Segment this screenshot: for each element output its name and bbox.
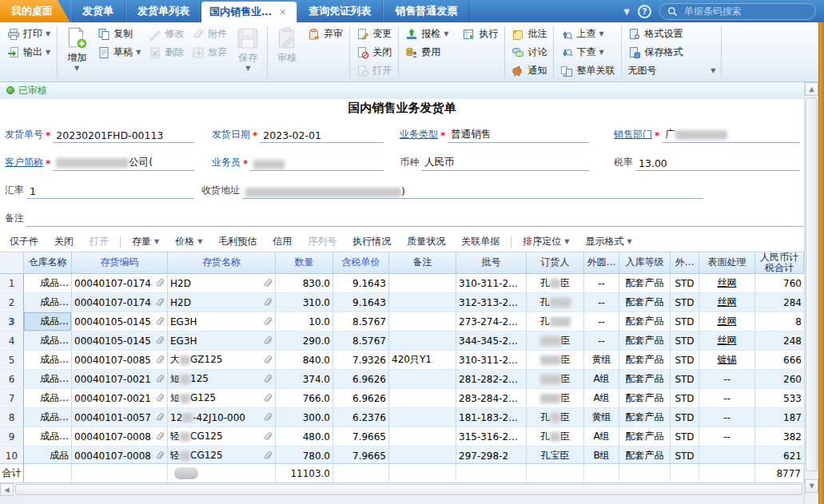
surface-link[interactable]: 镀锡 bbox=[718, 353, 737, 367]
cell-no[interactable]: 3 bbox=[0, 312, 24, 331]
cell-code[interactable]: 00040107-0174 bbox=[72, 293, 168, 312]
cell-name[interactable]: 短125 bbox=[168, 370, 276, 388]
attachment-clip-icon[interactable] bbox=[155, 355, 165, 366]
cell-batch[interactable]: 273-274-2… bbox=[456, 312, 527, 331]
cell-warehouse[interactable]: 成品… bbox=[24, 389, 72, 407]
field-value[interactable]: 20230201FHD-00113 bbox=[53, 129, 194, 143]
cell-qty[interactable]: 300.0 bbox=[276, 408, 333, 427]
cell-grade[interactable]: 配套产品 bbox=[619, 446, 671, 463]
cell-std[interactable]: STD bbox=[671, 351, 699, 369]
grid-tool-价格[interactable]: 价格▼ bbox=[175, 235, 202, 248]
cell-price[interactable]: 9.1643 bbox=[333, 274, 389, 292]
lookup-up-button[interactable]: 上查▼ bbox=[556, 26, 607, 42]
field-value[interactable]: 13.00 bbox=[635, 157, 800, 171]
cell-code[interactable]: 00040107-0008 bbox=[72, 427, 168, 446]
cell-std[interactable]: STD bbox=[671, 370, 699, 388]
field-value[interactable]: 普通销售 bbox=[448, 128, 589, 143]
attachment-clip-icon[interactable] bbox=[263, 431, 273, 442]
attachment-clip-icon[interactable] bbox=[155, 450, 165, 462]
surface-link[interactable]: 丝网 bbox=[718, 276, 737, 290]
cell-grade[interactable]: 配套产品 bbox=[619, 427, 671, 446]
format-save-button[interactable]: 保存格式 bbox=[624, 45, 687, 60]
cell-std[interactable]: STD bbox=[671, 312, 699, 331]
cell-qty[interactable]: 766.0 bbox=[276, 389, 333, 407]
cell-grade[interactable]: 配套产品 bbox=[619, 370, 671, 388]
cell-amount[interactable]: 284 bbox=[755, 293, 804, 312]
cell-price[interactable]: 6.9626 bbox=[333, 389, 389, 407]
cell-price[interactable]: 8.5767 bbox=[333, 312, 389, 331]
column-header-人民币计税合计[interactable]: 人民币计税合计 bbox=[755, 252, 804, 273]
export-button[interactable]: 输出▼ bbox=[3, 45, 54, 60]
grid-tool-显示格式[interactable]: 显示格式▼ bbox=[585, 235, 631, 248]
tab-1[interactable]: 我的桌面 bbox=[0, 0, 70, 22]
attachment-clip-icon[interactable] bbox=[263, 374, 273, 385]
cell-surface[interactable]: 丝网 bbox=[699, 312, 755, 331]
grid-tool-信用[interactable]: 信用 bbox=[273, 235, 292, 248]
cell-batch[interactable]: 344-345-2… bbox=[456, 331, 527, 350]
cell-surface[interactable]: -- bbox=[699, 427, 755, 446]
cell-surface[interactable]: 镀锡 bbox=[699, 351, 755, 369]
cell-remark[interactable] bbox=[389, 293, 456, 312]
cell-no[interactable]: 1 bbox=[0, 274, 24, 292]
column-header-外圆…[interactable]: 外圆… bbox=[584, 252, 619, 273]
cell-std[interactable]: STD bbox=[671, 331, 699, 350]
cell-batch[interactable]: 181-183-2… bbox=[456, 408, 527, 427]
attachment-clip-icon[interactable] bbox=[263, 450, 273, 462]
toolbar-overflow-caret-icon[interactable]: ▼ bbox=[623, 7, 630, 16]
cell-code[interactable]: 00040107-0008 bbox=[72, 446, 168, 463]
cell-code[interactable]: 00040107-0174 bbox=[72, 274, 168, 292]
attachment-clip-icon[interactable] bbox=[263, 355, 273, 366]
cell-price[interactable]: 6.9626 bbox=[333, 370, 389, 388]
cell-warehouse[interactable]: 成品… bbox=[24, 274, 72, 292]
cell-orderer[interactable]: 孔 bbox=[527, 293, 584, 312]
cell-group[interactable]: A组 bbox=[584, 370, 619, 388]
cell-orderer[interactable]: 孔宝臣 bbox=[527, 446, 584, 463]
cell-orderer[interactable]: 孔臣 bbox=[527, 408, 584, 427]
cell-qty[interactable]: 780.0 bbox=[276, 446, 333, 463]
cell-amount[interactable]: 760 bbox=[755, 274, 804, 292]
cell-price[interactable]: 6.2376 bbox=[333, 408, 389, 427]
cell-name[interactable]: H2D bbox=[168, 293, 276, 312]
cell-amount[interactable]: 187 bbox=[755, 408, 804, 427]
cell-orderer[interactable]: 臣 bbox=[527, 389, 584, 407]
field-value[interactable]: 公司( bbox=[53, 156, 194, 171]
scroll-left-button[interactable]: ◀ bbox=[0, 483, 14, 496]
change-button[interactable]: 变更 bbox=[352, 26, 396, 42]
table-row[interactable]: 6成品…00040107-0021短125374.06.9626281-282-… bbox=[0, 370, 804, 389]
cell-code[interactable]: 00040101-0057 bbox=[72, 408, 168, 427]
cell-amount[interactable]: 260 bbox=[755, 370, 804, 388]
column-header-含税单价[interactable]: 含税单价 bbox=[333, 252, 389, 273]
cell-std[interactable]: STD bbox=[671, 408, 699, 427]
cell-qty[interactable]: 830.0 bbox=[276, 274, 333, 292]
cell-batch[interactable]: 281-282-2… bbox=[456, 370, 527, 388]
column-header-订货人[interactable]: 订货人 bbox=[527, 252, 584, 273]
cell-name[interactable]: H2D bbox=[168, 274, 276, 292]
cell-price[interactable]: 7.9665 bbox=[333, 446, 389, 463]
table-row[interactable]: 8成品…00040101-005712-42J10-000300.06.2376… bbox=[0, 408, 804, 427]
lookup-down-button[interactable]: 下查▼ bbox=[556, 45, 607, 60]
cell-name[interactable]: 轻CG125 bbox=[168, 446, 276, 463]
attachment-clip-icon[interactable] bbox=[155, 297, 165, 308]
cell-grade[interactable]: 配套产品 bbox=[619, 389, 671, 407]
relate-docs-button[interactable]: 整单关联 bbox=[556, 63, 619, 78]
add-button[interactable]: 增加▼ bbox=[60, 25, 94, 80]
close-doc-button[interactable]: 关闭 bbox=[352, 45, 396, 60]
horizontal-scroll-thumb[interactable] bbox=[15, 484, 802, 495]
cell-price[interactable]: 9.1643 bbox=[333, 293, 389, 312]
field-label[interactable]: 销售部门 bbox=[614, 128, 652, 143]
cell-grade[interactable]: 配套产品 bbox=[619, 312, 671, 331]
grid-tool-毛利预估[interactable]: 毛利预估 bbox=[218, 235, 257, 248]
cell-code[interactable]: 00040107-0021 bbox=[72, 370, 168, 388]
surface-link[interactable]: 丝网 bbox=[718, 315, 737, 328]
scroll-up-button[interactable]: ▲ bbox=[805, 82, 818, 96]
cell-qty[interactable]: 290.0 bbox=[276, 331, 333, 350]
cell-group[interactable]: -- bbox=[584, 312, 619, 331]
cell-qty[interactable]: 10.0 bbox=[276, 312, 333, 331]
cell-remark[interactable] bbox=[389, 331, 456, 350]
grid-tool-质量状况[interactable]: 质量状况 bbox=[407, 235, 445, 248]
cell-surface[interactable]: -- bbox=[699, 408, 755, 427]
cell-name[interactable]: EG3H bbox=[168, 331, 276, 350]
horizontal-scrollbar[interactable]: ◀ bbox=[0, 482, 804, 496]
help-icon[interactable]: ? bbox=[638, 5, 651, 18]
drawing-no-dropdown[interactable]: 无图号▼ bbox=[624, 63, 719, 78]
